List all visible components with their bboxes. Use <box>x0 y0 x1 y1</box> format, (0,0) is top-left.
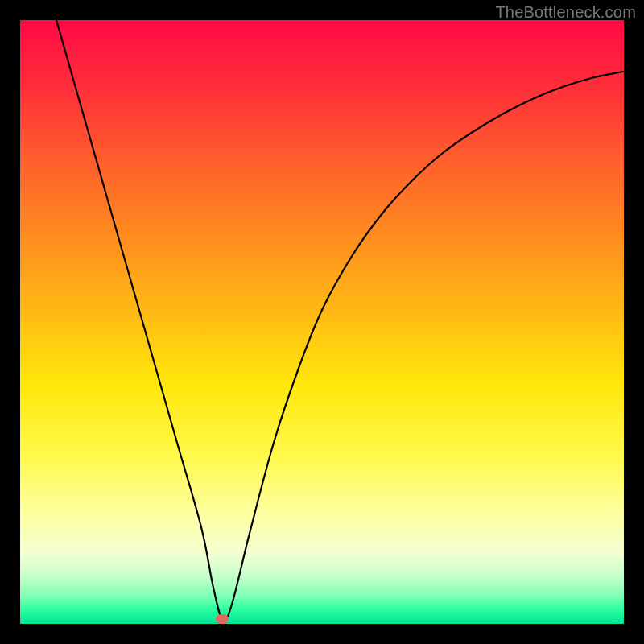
bottleneck-curve <box>20 20 624 624</box>
optimal-point-marker <box>216 614 229 624</box>
plot-area <box>20 20 624 624</box>
watermark-text: TheBottleneck.com <box>495 3 636 22</box>
chart-frame: TheBottleneck.com <box>0 0 644 644</box>
